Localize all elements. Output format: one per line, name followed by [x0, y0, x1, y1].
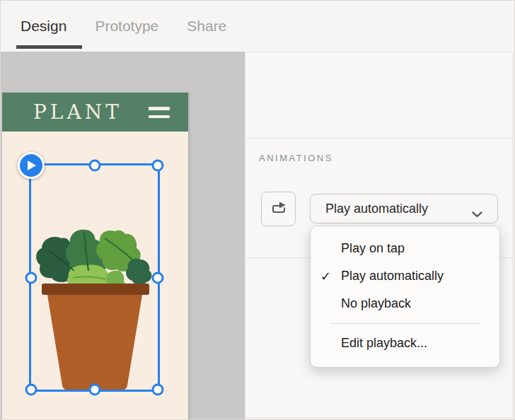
menu-item-label: Play automatically: [341, 269, 444, 284]
selection-handle-top[interactable]: [88, 160, 100, 172]
active-tab-underline: [16, 45, 82, 49]
canvas[interactable]: PLANT: [1, 52, 245, 420]
chevron-down-icon: [472, 206, 482, 221]
menu-item-no-playback[interactable]: No playback: [311, 290, 499, 317]
playback-mode-value: Play automatically: [325, 202, 428, 216]
selection-handle-bottom-left[interactable]: [25, 384, 37, 396]
playback-trigger-button[interactable]: [261, 192, 296, 226]
selection-handle-right[interactable]: [152, 272, 164, 284]
playback-icon: [270, 199, 288, 218]
design-app-window: Design Prototype Share PLANT: [0, 0, 515, 420]
playback-mode-dropdown[interactable]: Play automatically: [310, 194, 498, 223]
tab-share[interactable]: Share: [187, 18, 226, 35]
menu-divider: [330, 323, 480, 324]
artboard-plant[interactable]: PLANT: [2, 93, 188, 420]
tab-prototype[interactable]: Prototype: [95, 18, 158, 35]
selection-box[interactable]: [29, 163, 160, 392]
properties-panel: ANIMATIONS Play automatically: [245, 52, 515, 420]
selection-handle-left[interactable]: [25, 272, 37, 284]
selection-handle-top-right[interactable]: [152, 160, 164, 172]
playback-dropdown-menu: Play on tap ✓ Play automatically No play…: [310, 226, 500, 368]
menu-item-play-on-tap[interactable]: Play on tap: [311, 235, 499, 262]
play-icon[interactable]: [18, 152, 45, 179]
animations-section-title: ANIMATIONS: [259, 153, 333, 163]
check-icon: ✓: [320, 269, 331, 284]
selection-handle-bottom[interactable]: [88, 384, 100, 396]
panel-section-top: [245, 52, 513, 139]
selection-handle-bottom-right[interactable]: [152, 384, 164, 396]
menu-item-label: No playback: [341, 296, 411, 311]
tab-design[interactable]: Design: [21, 18, 66, 35]
menu-item-label: Play on tap: [341, 241, 405, 256]
mode-tabbar: Design Prototype Share: [1, 1, 514, 52]
menu-item-label: Edit playback...: [341, 336, 427, 351]
workspace: PLANT: [1, 52, 515, 420]
menu-item-play-automatically[interactable]: ✓ Play automatically: [311, 262, 499, 290]
menu-item-edit-playback[interactable]: Edit playback...: [311, 329, 499, 357]
